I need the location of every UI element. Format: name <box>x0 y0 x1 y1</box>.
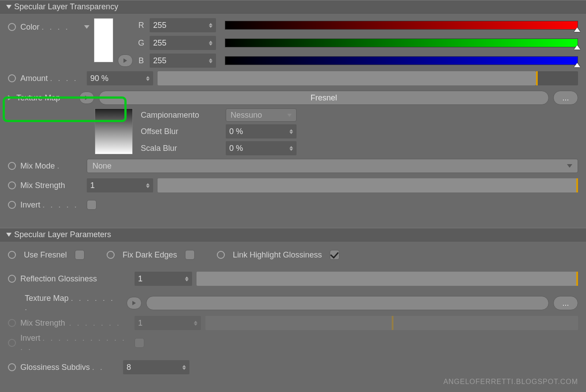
slider-marker-icon <box>574 63 580 67</box>
amount-anim-radio[interactable] <box>8 74 16 82</box>
texture-map-field[interactable]: Fresnel <box>99 91 549 105</box>
texture-map-play-button[interactable] <box>79 92 94 104</box>
campionamento-select[interactable]: Nessuno <box>226 108 297 122</box>
scala-blur-label: Scala Blur <box>141 144 220 153</box>
chevron-down-icon <box>287 114 292 117</box>
fixdark-checkbox[interactable] <box>185 250 195 260</box>
reflectgloss-label: Reflection Glossiness <box>20 274 130 284</box>
invert-checkbox[interactable] <box>87 200 96 210</box>
texture-map-expand-icon[interactable] <box>8 95 12 100</box>
invert2-checkbox <box>135 338 144 348</box>
b-slider[interactable] <box>225 56 578 65</box>
texmap2-browse-button[interactable]: ... <box>553 296 578 310</box>
r-label: R <box>137 21 145 30</box>
reflectgloss-anim-radio[interactable] <box>8 275 16 283</box>
section-title: Specular Layer Parameters <box>14 230 111 239</box>
offset-blur-field[interactable]: 0 % <box>226 124 297 138</box>
texmap2-label: Texture Map . . . . . . . <box>25 294 122 312</box>
campionamento-label: Campionamento <box>141 111 220 120</box>
section-title: Specular Layer Transparency <box>14 2 118 12</box>
texmap2-play-button[interactable] <box>127 297 142 309</box>
section-specular-transparency-header[interactable]: Specular Layer Transparency <box>0 0 586 14</box>
amount-label: Amount . . . . <box>20 74 82 83</box>
texture-map-browse-button[interactable]: ... <box>553 91 578 105</box>
fixdark-label: Fix Dark Edges <box>123 250 177 260</box>
amount-value-field[interactable]: 90 % <box>87 71 153 85</box>
r-slider[interactable] <box>225 21 578 30</box>
watermark-text: ANGELOFERRETTI.BLOGSPOT.COM <box>443 378 578 386</box>
mixstrength2-anim-radio <box>8 319 16 327</box>
panel-specular-params: Use Fresnel Fix Dark Edges Link Highligh… <box>0 242 586 384</box>
linkhighlight-label: Link Highlight Glossiness <box>233 250 322 260</box>
glosssubdivs-field[interactable]: 8 <box>123 360 189 374</box>
invert-anim-radio[interactable] <box>8 201 16 209</box>
usefresnel-anim-radio[interactable] <box>8 251 16 259</box>
play-icon <box>132 301 136 305</box>
play-icon <box>123 58 127 63</box>
panel-specular-transparency: Color . . . . R 255 G 255 B 2 <box>0 14 586 222</box>
glosssubdivs-label: Glossiness Subdivs . . <box>20 363 119 372</box>
color-anim-radio[interactable] <box>8 23 16 31</box>
g-slider[interactable] <box>225 38 578 47</box>
color-dropdown-icon[interactable] <box>84 25 89 29</box>
g-value-field[interactable]: 255 <box>150 36 216 50</box>
mixmode-dropdown[interactable]: None <box>87 159 578 173</box>
linkhighlight-anim-radio[interactable] <box>217 251 225 259</box>
b-value-field[interactable]: 255 <box>150 54 216 68</box>
g-label: G <box>137 38 145 48</box>
amount-slider[interactable] <box>158 71 578 85</box>
mixmode-label: Mix Mode . <box>20 161 82 171</box>
disclosure-down-icon <box>6 5 12 9</box>
mixstrength2-label: Mix Strength . . . . . . . <box>20 319 130 328</box>
invert2-anim-radio <box>8 339 16 347</box>
mixstrength2-slider <box>205 316 578 330</box>
mixstrength-field[interactable]: 1 <box>87 178 153 192</box>
section-specular-params-header[interactable]: Specular Layer Parameters <box>0 228 586 242</box>
texture-map-label: Texture Map <box>16 93 75 103</box>
reflectgloss-slider[interactable] <box>197 272 578 286</box>
texmap2-field[interactable] <box>146 296 549 310</box>
color-expand-button[interactable] <box>118 54 133 67</box>
chevron-down-icon <box>567 164 572 168</box>
mixstrength-anim-radio[interactable] <box>8 181 16 189</box>
usefresnel-checkbox[interactable] <box>75 250 85 260</box>
disclosure-down-icon <box>6 233 12 237</box>
color-swatch[interactable] <box>94 18 113 62</box>
texture-preview-swatch[interactable] <box>95 108 133 154</box>
linkhighlight-checkbox[interactable] <box>330 250 339 260</box>
play-icon <box>85 96 89 100</box>
mixmode-anim-radio[interactable] <box>8 162 16 170</box>
usefresnel-label: Use Fresnel <box>24 250 67 260</box>
r-value-field[interactable]: 255 <box>150 18 216 32</box>
glosssubdivs-anim-radio[interactable] <box>8 363 16 371</box>
slider-marker-icon <box>574 45 580 50</box>
b-label: B <box>137 56 145 65</box>
scala-blur-field[interactable]: 0 % <box>226 141 297 155</box>
mixstrength2-field: 1 <box>135 316 201 330</box>
slider-marker-icon <box>574 27 580 32</box>
fixdark-anim-radio[interactable] <box>107 251 115 259</box>
mixstrength-slider[interactable] <box>158 178 578 192</box>
color-label: Color . . . . <box>20 23 82 32</box>
offset-blur-label: Offset Blur <box>141 127 220 136</box>
invert-label: Invert . . . . . . <box>20 200 82 210</box>
invert2-label: Invert . . . . . . . . . . . . . <box>20 334 130 352</box>
reflectgloss-field[interactable]: 1 <box>135 272 192 286</box>
mixstrength-label: Mix Strength <box>20 181 82 190</box>
